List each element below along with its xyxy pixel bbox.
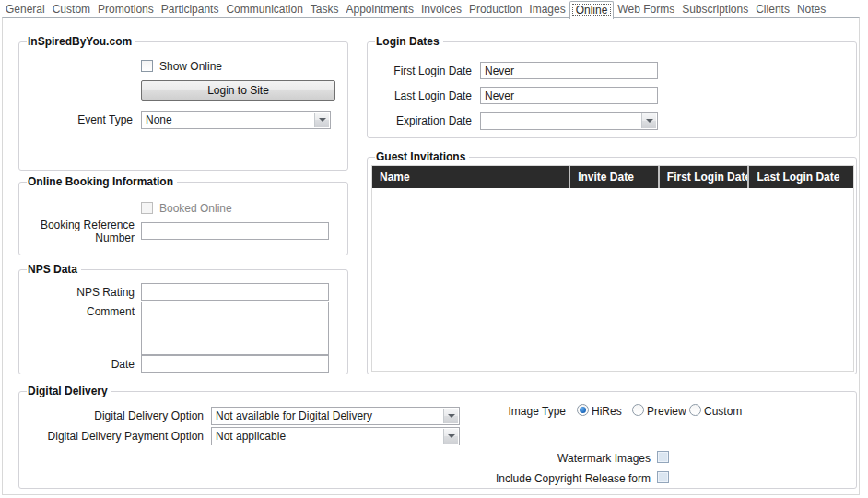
tab-participants[interactable]: Participants — [158, 1, 223, 17]
digital-delivery-option-combo[interactable]: Not available for Digital Delivery — [211, 407, 460, 425]
nps-comment-label: Comment — [19, 305, 135, 318]
groupbox-login-dates-title: Login Dates — [375, 35, 443, 49]
groupbox-online-booking: Online Booking Information Booked Online… — [18, 182, 348, 255]
tab-communication[interactable]: Communication — [222, 1, 306, 17]
image-type-radio-hires[interactable] — [577, 404, 589, 416]
booking-reference-input[interactable] — [141, 222, 329, 240]
groupbox-digital-delivery-title: Digital Delivery — [27, 385, 111, 398]
last-login-date-label: Last Login Date — [368, 89, 472, 102]
groupbox-guest-invitations-title: Guest Invitations — [375, 150, 469, 164]
groupbox-nps-data: NPS Data NPS Rating Comment Date — [18, 269, 348, 374]
image-type-radio-preview[interactable] — [632, 404, 644, 416]
guest-invitations-table[interactable]: Name Invite Date First Login Date Last L… — [371, 165, 854, 372]
groupbox-guest-invitations: Guest Invitations Name Invite Date First… — [367, 157, 857, 374]
show-online-label: Show Online — [159, 60, 222, 73]
tab-appointments[interactable]: Appointments — [343, 1, 417, 17]
column-header-first-login-date[interactable]: First Login Date — [658, 166, 748, 188]
groupbox-online-booking-title: Online Booking Information — [27, 175, 177, 189]
booked-online-checkbox[interactable] — [141, 202, 153, 214]
tab-subscriptions[interactable]: Subscriptions — [678, 1, 752, 17]
tab-notes[interactable]: Notes — [793, 1, 829, 17]
digital-delivery-payment-option-combo[interactable]: Not applicable — [211, 427, 460, 445]
watermark-images-label: Watermark Images — [374, 452, 651, 465]
tab-online-label: Online — [576, 4, 608, 17]
tab-invoices[interactable]: Invoices — [417, 1, 465, 17]
tab-images[interactable]: Images — [525, 1, 569, 17]
nps-rating-label: NPS Rating — [19, 286, 135, 299]
nps-date-input[interactable] — [141, 355, 329, 373]
column-header-name[interactable]: Name — [372, 166, 569, 188]
image-type-radio-custom-label: Custom — [704, 405, 742, 418]
event-type-combo[interactable]: None — [141, 111, 331, 129]
nps-date-label: Date — [19, 358, 135, 371]
tab-custom[interactable]: Custom — [49, 1, 94, 17]
image-type-radio-preview-label: Preview — [647, 405, 686, 418]
guest-invitations-table-header: Name Invite Date First Login Date Last L… — [372, 166, 853, 188]
digital-delivery-payment-option-label: Digital Delivery Payment Option — [19, 430, 204, 443]
expiration-date-label: Expiration Date — [368, 114, 472, 127]
show-online-checkbox[interactable] — [141, 60, 153, 72]
watermark-images-checkbox[interactable] — [657, 451, 669, 463]
login-to-site-button[interactable]: Login to Site — [141, 80, 335, 101]
image-type-radio-hires-label: HiRes — [592, 405, 622, 418]
nps-comment-textarea[interactable] — [141, 302, 329, 355]
digital-delivery-payment-option-value: Not applicable — [216, 429, 440, 444]
groupbox-digital-delivery: Digital Delivery Digital Delivery Option… — [18, 391, 857, 489]
event-type-value: None — [146, 113, 311, 127]
chevron-down-icon[interactable] — [641, 113, 656, 128]
event-type-label: Event Type — [19, 113, 133, 126]
first-login-date-input[interactable] — [480, 62, 658, 79]
tab-clients[interactable]: Clients — [752, 1, 793, 17]
chevron-down-icon[interactable] — [443, 429, 458, 444]
column-header-invite-date[interactable]: Invite Date — [569, 166, 658, 188]
groupbox-inspiredbyyou: InSpiredByYou.com Show Online Login to S… — [18, 42, 348, 171]
nps-rating-input[interactable] — [141, 283, 329, 301]
expiration-date-combo[interactable] — [480, 112, 658, 130]
last-login-date-input[interactable] — [480, 87, 658, 104]
tab-online[interactable]: Online — [569, 1, 615, 19]
booking-reference-label: Booking Reference Number — [19, 219, 135, 244]
tab-production[interactable]: Production — [465, 1, 525, 17]
booked-online-label: Booked Online — [159, 202, 232, 215]
tab-bar: General Custom Promotions Participants C… — [0, 0, 868, 18]
digital-delivery-option-label: Digital Delivery Option — [19, 409, 204, 422]
guest-invitations-table-body[interactable] — [372, 188, 853, 371]
tab-promotions[interactable]: Promotions — [94, 1, 158, 17]
image-type-radio-custom[interactable] — [689, 404, 701, 416]
groupbox-login-dates: Login Dates First Login Date Last Login … — [367, 42, 857, 138]
include-copyright-release-checkbox[interactable] — [657, 471, 669, 483]
tab-web-forms[interactable]: Web Forms — [614, 1, 678, 17]
digital-delivery-option-value: Not available for Digital Delivery — [216, 409, 440, 423]
first-login-date-label: First Login Date — [368, 65, 472, 77]
column-header-last-login-date[interactable]: Last Login Date — [747, 166, 853, 188]
groupbox-inspiredbyyou-title: InSpiredByYou.com — [27, 35, 135, 49]
tab-tasks[interactable]: Tasks — [307, 1, 343, 17]
groupbox-nps-data-title: NPS Data — [27, 263, 81, 277]
chevron-down-icon[interactable] — [314, 113, 329, 127]
image-type-label: Image Type — [434, 405, 566, 418]
tab-general[interactable]: General — [2, 1, 49, 17]
include-copyright-release-label: Include Copyright Release form — [374, 472, 651, 485]
client-record-window: General Custom Promotions Participants C… — [0, 0, 868, 498]
